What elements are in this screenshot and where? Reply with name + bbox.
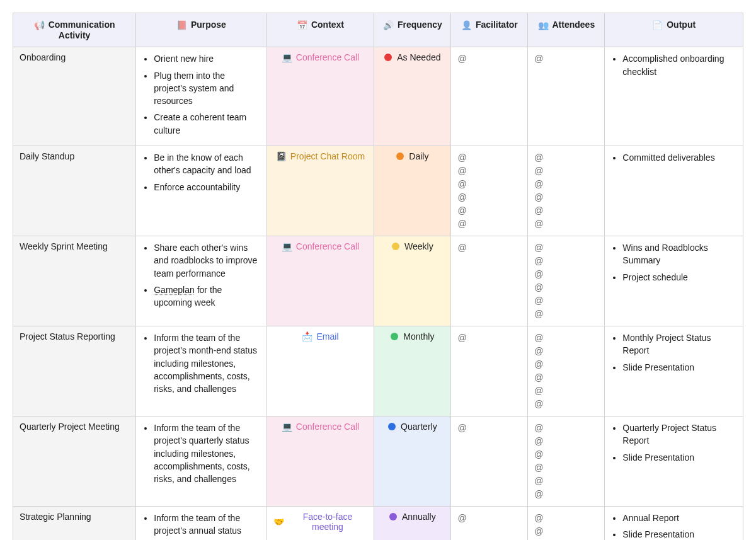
purpose-item: Inform the team of the project's annual … — [154, 512, 260, 540]
email-icon: 📩 — [302, 331, 312, 342]
conference-icon: 💻 — [282, 422, 292, 432]
frequency-badge: Monthly — [391, 331, 434, 342]
mention-placeholder[interactable]: @ — [534, 268, 598, 281]
frequency-badge: As Needed — [384, 52, 440, 62]
header-output-label: Output — [667, 20, 696, 30]
context-cell: 📩Email — [266, 326, 374, 416]
mention-placeholder[interactable]: @ — [457, 52, 521, 66]
mention-placeholder[interactable]: @ — [534, 525, 598, 538]
context-label: Conference Call — [296, 422, 359, 432]
attendees-cell: @@@@@@ — [528, 146, 605, 236]
output-item: Wins and Roadblocks Summary — [622, 241, 736, 267]
frequency-label: Annually — [402, 512, 436, 522]
output-item: Annual Report — [622, 512, 736, 524]
mention-placeholder[interactable]: @ — [534, 461, 598, 474]
attendees-cell: @ — [528, 47, 605, 146]
frequency-dot-icon — [396, 152, 404, 160]
output-item: Slide Presentation — [622, 528, 736, 540]
facilitator-cell: @ — [451, 236, 528, 326]
mention-placeholder[interactable]: @ — [534, 178, 598, 191]
mention-placeholder[interactable]: @ — [534, 164, 598, 178]
table-row: Quarterly Project MeetingInform the team… — [13, 416, 743, 507]
frequency-cell: As Needed — [374, 47, 451, 146]
output-item: Monthly Project Status Report — [622, 331, 736, 357]
mention-placeholder[interactable]: @ — [534, 151, 598, 164]
mention-placeholder[interactable]: @ — [457, 164, 521, 178]
frequency-label: Weekly — [404, 241, 433, 251]
mention-placeholder[interactable]: @ — [534, 241, 598, 255]
mention-placeholder[interactable]: @ — [534, 331, 598, 345]
context-badge: 💻Conference Call — [282, 241, 359, 251]
attendees-cell: @@@@@@ — [528, 326, 605, 416]
context-badge: 📓Project Chat Room — [276, 151, 365, 161]
activity-cell: Quarterly Project Meeting — [13, 416, 136, 507]
mention-placeholder[interactable]: @ — [534, 435, 598, 448]
header-facilitator: 👤Facilitator — [451, 13, 528, 47]
activity-cell: Weekly Sprint Meeting — [13, 236, 136, 326]
mention-placeholder[interactable]: @ — [534, 345, 598, 358]
context-label: Conference Call — [296, 52, 359, 62]
mention-placeholder[interactable]: @ — [534, 52, 598, 66]
facilitator-cell: @ — [451, 47, 528, 146]
facilitator-cell: @ — [451, 416, 528, 507]
mention-placeholder[interactable]: @ — [534, 281, 598, 294]
mention-placeholder[interactable]: @ — [457, 178, 521, 191]
mention-placeholder[interactable]: @ — [457, 331, 521, 345]
mention-placeholder[interactable]: @ — [534, 204, 598, 217]
header-frequency-label: Frequency — [398, 20, 442, 30]
output-item: Quarterly Project Status Report — [622, 422, 736, 447]
mention-placeholder[interactable]: @ — [534, 307, 598, 321]
purpose-item: Orient new hire — [154, 52, 260, 65]
face-icon: 🤝 — [273, 517, 284, 527]
mention-placeholder[interactable]: @ — [457, 191, 521, 204]
output-cell: Monthly Project Status ReportSlide Prese… — [605, 326, 743, 416]
header-activity: 📢Communication Activity — [13, 13, 136, 47]
context-badge: 📩Email — [302, 331, 338, 342]
group-icon: 👥 — [538, 20, 549, 30]
mention-placeholder[interactable]: @ — [457, 204, 521, 217]
conference-icon: 💻 — [282, 241, 292, 251]
context-label: Face-to-face meeting — [288, 512, 368, 532]
frequency-badge: Annually — [389, 512, 436, 522]
mention-placeholder[interactable]: @ — [534, 384, 598, 398]
megaphone-icon: 📢 — [34, 20, 45, 30]
frequency-badge: Quarterly — [388, 422, 437, 432]
mention-placeholder[interactable]: @ — [534, 422, 598, 435]
mention-placeholder[interactable]: @ — [457, 512, 521, 525]
mention-placeholder[interactable]: @ — [534, 217, 598, 231]
attendees-cell: @@@@@@ — [528, 236, 605, 326]
context-cell: 📓Project Chat Room — [266, 146, 374, 236]
mention-placeholder[interactable]: @ — [457, 151, 521, 164]
purpose-cell: Inform the team of the project's annual … — [136, 507, 266, 540]
output-cell: Quarterly Project Status ReportSlide Pre… — [605, 416, 743, 507]
mention-placeholder[interactable]: @ — [534, 488, 598, 501]
mention-placeholder[interactable]: @ — [534, 474, 598, 488]
communication-plan-table: 📢Communication Activity 📕Purpose 📅Contex… — [13, 13, 743, 540]
output-item: Slide Presentation — [622, 451, 736, 464]
chat-icon: 📓 — [276, 151, 287, 161]
header-facilitator-label: Facilitator — [476, 20, 518, 30]
context-cell: 💻Conference Call — [266, 416, 374, 507]
frequency-badge: Weekly — [392, 241, 433, 251]
purpose-item: Create a coherent team culture — [154, 111, 260, 137]
context-label: Project Chat Room — [290, 151, 365, 161]
frequency-cell: Monthly — [374, 326, 451, 416]
frequency-dot-icon — [392, 243, 399, 250]
purpose-cell: Orient new hirePlug them into the projec… — [136, 47, 266, 146]
mention-placeholder[interactable]: @ — [534, 398, 598, 411]
person-icon: 👤 — [461, 20, 472, 30]
mention-placeholder[interactable]: @ — [534, 371, 598, 384]
mention-placeholder[interactable]: @ — [457, 217, 521, 231]
mention-placeholder[interactable]: @ — [534, 255, 598, 268]
mention-placeholder[interactable]: @ — [534, 191, 598, 204]
mention-placeholder[interactable]: @ — [534, 358, 598, 371]
frequency-cell: Weekly — [374, 236, 451, 326]
purpose-item: Share each other's wins and roadblocks t… — [154, 241, 260, 280]
mention-placeholder[interactable]: @ — [534, 448, 598, 461]
mention-placeholder[interactable]: @ — [534, 294, 598, 307]
activity-cell: Onboarding — [13, 47, 136, 146]
mention-placeholder[interactable]: @ — [457, 241, 521, 255]
purpose-item: Gameplan for the upcoming week — [154, 284, 260, 309]
mention-placeholder[interactable]: @ — [457, 422, 521, 435]
mention-placeholder[interactable]: @ — [534, 512, 598, 525]
